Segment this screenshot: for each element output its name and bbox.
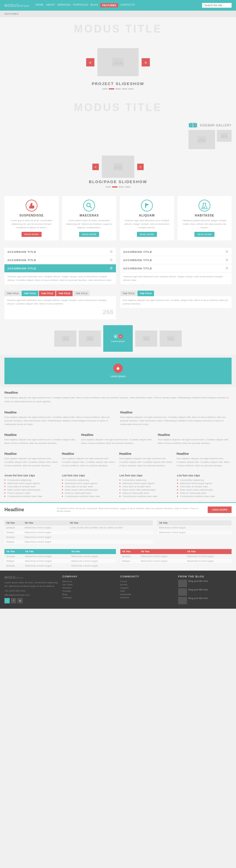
blog-dot-1[interactable] [106,186,111,188]
footer-phone: +61 (222) 568-1222 [4,589,58,592]
data-table-2: TB Title Maecenas a lorem augue Maecenas… [157,520,232,535]
gear-icon-right-2: ⚙ [225,258,229,262]
text-3col-row: Headline Duis dapibus aliquam nisi eget … [4,433,232,445]
footer-link[interactable]: FAQ [121,589,174,593]
text-block-4col-4: Headline Duis dapibus aliquam nisi eget … [177,452,232,467]
nav-features[interactable]: FEATURES [100,3,118,7]
table-row: Quisque Maecenas a lorem augue Maecenas … [4,554,116,559]
icon-box-3-btn[interactable]: read more [137,232,157,237]
slider-dot-1[interactable] [102,88,108,90]
footer-link[interactable]: Contacts [62,596,115,599]
footer-link[interactable]: About Us [62,580,115,583]
blog-slider-dots [9,186,227,188]
accordion-content-left: Vivamus eget ante bibendum arcu volutpat… [4,273,116,285]
accordion-col-right: ACCORDION TITLE ⚙ ACCORDION TITLE ⚙ ACCO… [121,248,232,285]
accordion-item-left-3[interactable]: ACCORDION TITLE ⚙ [4,264,116,273]
tab-left-2[interactable]: TAB TITLE [22,290,38,296]
svg-rect-0 [112,58,124,67]
footer-logo: MODUSversus [4,575,58,580]
tab-content-right: Duis dapibus aliquam nisi eget euismod s… [121,296,232,308]
text-h-4col-1: Headline [4,452,60,456]
tab-left-3[interactable]: TAB TITLE [39,290,56,296]
search-input[interactable] [202,3,232,8]
icon-box-4-btn[interactable]: read more [194,232,214,237]
text-block-4col-2: Headline Duis dapibus aliquam nisi eget … [62,452,117,467]
blog-dot-3[interactable] [119,186,124,188]
slider-dot-4[interactable] [122,88,127,90]
footer-link[interactable]: Newsletter [121,593,174,596]
tab-left-5[interactable]: TAB TITLE [73,290,90,296]
slider-dots [9,88,227,90]
sidebar-prev[interactable]: ‹ [189,123,193,127]
accordion-item-right-1[interactable]: ACCORDION TITLE ⚙ [121,248,232,256]
slider-dot-5[interactable] [128,88,134,90]
social-icon-rss[interactable]: ● [18,598,23,603]
blog-dot-2[interactable] [112,186,117,188]
nav-services[interactable]: SERVICES [57,3,70,7]
breadcrumb: FEATURES [0,11,236,17]
table-col-red: TB Title TB Title TB Title Quisque Maece… [121,549,232,568]
tab-left-1[interactable]: TAB TITLE [4,290,21,296]
slider-prev-button[interactable]: « [86,58,94,66]
nav-portfolio[interactable]: PORTFOLIO [73,3,89,7]
accordion-item-left-2[interactable]: ACCORDION TITLE ⚙ [4,256,116,264]
footer-link[interactable]: Portfolio [62,589,115,593]
footer-link[interactable]: Partners [121,596,174,599]
tab-right-2[interactable]: TAB TITLE [137,290,154,296]
list-item: Maecenas lorem augue agonis [177,482,232,485]
tab-left-4[interactable]: TAB TITLE [56,290,73,296]
social-icon-facebook[interactable]: f [11,598,16,603]
footer-link[interactable]: Blog [62,593,115,596]
nav-blog[interactable]: BLOG [91,3,98,7]
text-p-3col-1: Duis dapibus aliquam nisi eget euismod s… [4,438,78,445]
slider-dot-2[interactable] [109,88,114,90]
list-item: Maecenas lorem augue agonis [4,482,59,485]
footer-link[interactable]: Services [62,586,115,589]
social-icon-twitter[interactable]: t [4,598,10,603]
accordion-item-left-1[interactable]: ACCORDION TITLE ⚙ [4,248,116,256]
nav-home[interactable]: HOME [35,3,43,7]
sidebar-image-2 [217,130,232,142]
text-block-2col-1: Headline Duis dapibus aliquam nisi eget … [4,411,116,426]
tab-right-1[interactable]: TAB TITLE [121,290,137,296]
thumbnail-section: ● % Lorem ipsum [0,322,236,355]
tabs-section: TAB TITLE TAB TITLE TAB TITLE TAB TITLE … [0,288,236,322]
icon-box-1-btn[interactable]: read more [22,232,42,237]
blog-slider-prev[interactable]: « [92,164,99,170]
blog-dot-4[interactable] [125,186,130,188]
nav-contacts[interactable]: CONTACTS [121,3,135,7]
accordion-item-right-3[interactable]: ACCORDION TITLE ⚙ [121,264,232,273]
icon-box-4-title: HABITASSE [181,214,228,217]
sidebar-next[interactable]: › [193,123,197,127]
svg-point-10 [87,203,90,207]
thumb-icon [26,200,37,212]
headline-banner-title: Headline [4,507,54,513]
footer-link[interactable]: Support [121,586,174,589]
footer-company-links: About Us Our Team Services Portfolio Blo… [62,580,115,599]
footer-blog-img [178,580,187,587]
list-col-arrow: Arrow list font size 14px Consectetur ad… [4,474,59,498]
gear-icon-left-2: ⚙ [110,258,113,262]
blog-slider-next[interactable]: » [137,164,144,170]
accordion-item-right-2[interactable]: ACCORDION TITLE ⚙ [121,256,232,264]
sidebar-slider-controls: ‹ › [190,122,196,128]
footer-link[interactable]: Events [121,583,174,586]
sidebar-gallery-label: SIDEBAR GALLERY [200,124,232,127]
slider-next-button[interactable]: » [142,58,150,66]
view-more-button[interactable]: VIEW MORE [208,506,232,513]
slider-dot-3[interactable] [115,88,121,90]
thumb-img-4 [160,331,182,347]
nav-about[interactable]: ABOUT [46,3,55,7]
list-item: Chas diam at semper diam [4,485,59,488]
list-cols-row: Arrow list font size 14px Consectetur ad… [4,474,232,498]
text-h-4col-2: Headline [62,452,117,456]
text-block-3col-2: Headline Duis dapibus aliquam nisi eget … [81,433,155,445]
list-col-2-list: Consectetur adipiscing Maecenas lorem au… [62,478,116,498]
icon-box-2-btn[interactable]: read more [79,232,99,237]
list-item: Nulla ac malesuada dolor [62,491,116,495]
site-header: MODUSversus HOME ABOUT SERVICES PORTFOLI… [0,0,236,11]
text-block-4col-1: Headline Duis dapibus aliquam nisi eget … [4,452,60,467]
footer-link[interactable]: Forum [121,580,174,583]
footer-link[interactable]: Our Team [62,583,115,586]
table-header: TB Title [4,520,23,525]
